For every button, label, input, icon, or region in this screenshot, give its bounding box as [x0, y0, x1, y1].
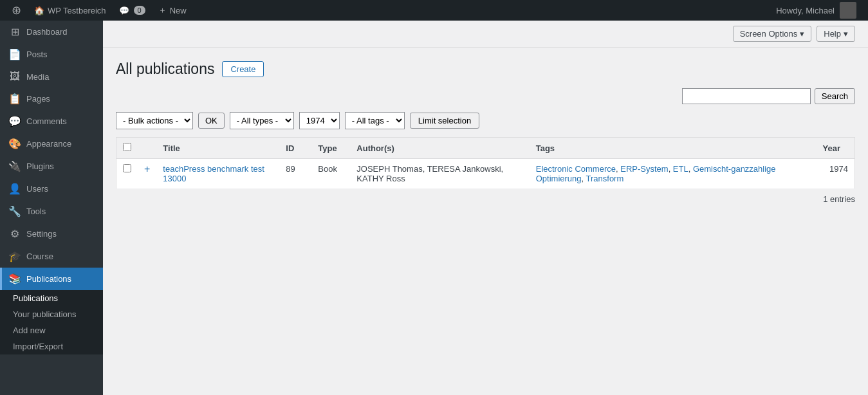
- sidebar-item-plugins[interactable]: 🔌 Plugins: [0, 155, 103, 178]
- comment-count: 0: [134, 6, 145, 15]
- submenu-item-add-new[interactable]: Add new: [0, 322, 103, 338]
- settings-icon: ⚙: [8, 228, 21, 240]
- add-col-header: [138, 138, 156, 159]
- add-icon-cell: +: [138, 159, 156, 189]
- type-cell: Book: [311, 159, 350, 189]
- publications-table: Title ID Type Author(s) Tags Year +teach…: [116, 137, 855, 189]
- plugins-icon: 🔌: [8, 160, 21, 172]
- new-item[interactable]: ＋ New: [152, 0, 193, 21]
- comments-icon: 💬: [8, 115, 21, 127]
- comments-item[interactable]: 💬 0: [113, 0, 152, 21]
- sidebar-item-pages[interactable]: 📋 Pages: [0, 87, 103, 110]
- publication-link[interactable]: teachPress benchmark test 13000: [163, 164, 264, 183]
- pages-icon: 📋: [8, 93, 21, 105]
- bulk-actions-select[interactable]: - Bulk actions -: [116, 112, 193, 129]
- howdy-section: Howdy, Michael: [770, 2, 863, 19]
- tag-link[interactable]: ETL: [673, 164, 688, 174]
- screen-options-chevron-icon: ▾: [800, 29, 804, 39]
- sidebar-label-media: Media: [26, 72, 49, 82]
- filter-bar: - Bulk actions - OK - All types - 1974 -…: [116, 112, 855, 129]
- tags-column-header: Tags: [530, 138, 817, 159]
- year-select[interactable]: 1974: [299, 112, 340, 129]
- id-column-header: ID: [279, 138, 311, 159]
- howdy-text: Howdy, Michael: [776, 6, 835, 15]
- home-icon: 🏠: [34, 6, 44, 15]
- course-icon: 🎓: [8, 250, 21, 262]
- sidebar-label-course: Course: [26, 252, 53, 261]
- avatar: [840, 2, 856, 19]
- tag-link[interactable]: Electronic Commerce: [536, 164, 616, 174]
- sidebar-label-tools: Tools: [26, 207, 46, 216]
- publications-submenu: Publications Your publications Add new I…: [0, 290, 103, 354]
- sidebar-item-tools[interactable]: 🔧 Tools: [0, 200, 103, 223]
- tag-link[interactable]: Transform: [586, 174, 624, 183]
- sidebar-label-appearance: Appearance: [26, 139, 71, 149]
- screen-options-label: Screen Options: [740, 29, 798, 39]
- page-title: All publications: [116, 60, 214, 78]
- help-chevron-icon: ▾: [844, 29, 848, 39]
- create-button[interactable]: Create: [222, 61, 264, 77]
- title-cell: teachPress benchmark test 13000: [156, 159, 279, 189]
- sidebar-item-publications[interactable]: 📚 Publications: [0, 268, 103, 290]
- search-input[interactable]: [682, 88, 811, 104]
- comment-icon: 💬: [119, 6, 129, 15]
- sidebar-label-plugins: Plugins: [26, 161, 54, 171]
- sidebar-label-users: Users: [26, 184, 48, 194]
- sidebar-item-appearance[interactable]: 🎨 Appearance: [0, 133, 103, 155]
- select-all-header: [116, 138, 138, 159]
- wp-logo-item[interactable]: ⊛: [5, 0, 28, 21]
- year-cell: 1974: [817, 159, 855, 189]
- sidebar-label-settings: Settings: [26, 229, 57, 239]
- main-content: Screen Options ▾ Help ▾ All publications…: [103, 21, 868, 395]
- help-button[interactable]: Help ▾: [817, 26, 855, 42]
- ok-button[interactable]: OK: [198, 113, 225, 129]
- site-name-item[interactable]: 🏠 WP Testbereich: [28, 0, 113, 21]
- help-label: Help: [824, 29, 841, 39]
- submenu-item-import-export[interactable]: Import/Export: [0, 338, 103, 354]
- submenu-item-your-publications[interactable]: Your publications: [0, 306, 103, 322]
- page-header: All publications Create: [116, 60, 855, 78]
- tags-cell: Electronic Commerce, ERP-System, ETL, Ge…: [530, 159, 817, 189]
- entries-count: 1 entries: [116, 194, 855, 204]
- sidebar: ⊞ Dashboard 📄 Posts 🖼 Media 📋 Pages 💬 Co…: [0, 21, 103, 395]
- all-tags-select[interactable]: - All tags -: [345, 112, 405, 129]
- select-all-checkbox[interactable]: [123, 143, 131, 151]
- search-button[interactable]: Search: [815, 88, 855, 104]
- search-bar: Search: [116, 88, 855, 104]
- main-topbar: Screen Options ▾ Help ▾: [103, 21, 868, 48]
- site-name: WP Testbereich: [48, 6, 106, 15]
- limit-selection-button[interactable]: Limit selection: [410, 113, 479, 129]
- title-column-header: Title: [156, 138, 279, 159]
- sidebar-item-settings[interactable]: ⚙ Settings: [0, 223, 103, 245]
- appearance-icon: 🎨: [8, 138, 21, 150]
- media-icon: 🖼: [8, 71, 21, 82]
- sidebar-item-posts[interactable]: 📄 Posts: [0, 43, 103, 66]
- new-label: New: [170, 6, 187, 15]
- type-column-header: Type: [311, 138, 350, 159]
- sidebar-label-pages: Pages: [26, 94, 50, 104]
- sidebar-label-posts: Posts: [26, 50, 48, 59]
- sidebar-item-comments[interactable]: 💬 Comments: [0, 110, 103, 133]
- submenu-item-publications[interactable]: Publications: [0, 290, 103, 306]
- id-cell: 89: [279, 159, 311, 189]
- add-icon[interactable]: +: [144, 163, 150, 174]
- row-checkbox[interactable]: [123, 164, 131, 172]
- sidebar-item-media[interactable]: 🖼 Media: [0, 66, 103, 87]
- content-area: All publications Create Search - Bulk ac…: [103, 48, 868, 217]
- authors-column-header: Author(s): [350, 138, 529, 159]
- admin-top-bar: ⊛ 🏠 WP Testbereich 💬 0 ＋ New Howdy, Mich…: [0, 0, 868, 21]
- table-header-row: Title ID Type Author(s) Tags Year: [116, 138, 855, 159]
- all-types-select[interactable]: - All types -: [230, 112, 294, 129]
- sidebar-item-course[interactable]: 🎓 Course: [0, 245, 103, 268]
- dashboard-icon: ⊞: [8, 26, 21, 38]
- publications-icon: 📚: [8, 273, 21, 285]
- tag-link[interactable]: ERP-System: [620, 164, 668, 174]
- sidebar-item-dashboard[interactable]: ⊞ Dashboard: [0, 21, 103, 43]
- posts-icon: 📄: [8, 48, 21, 60]
- table-body: +teachPress benchmark test 1300089BookJO…: [116, 159, 855, 189]
- users-icon: 👤: [8, 183, 21, 195]
- screen-options-button[interactable]: Screen Options ▾: [733, 26, 812, 42]
- sidebar-item-users[interactable]: 👤 Users: [0, 178, 103, 200]
- year-column-header: Year: [817, 138, 855, 159]
- table-row: +teachPress benchmark test 1300089BookJO…: [116, 159, 855, 189]
